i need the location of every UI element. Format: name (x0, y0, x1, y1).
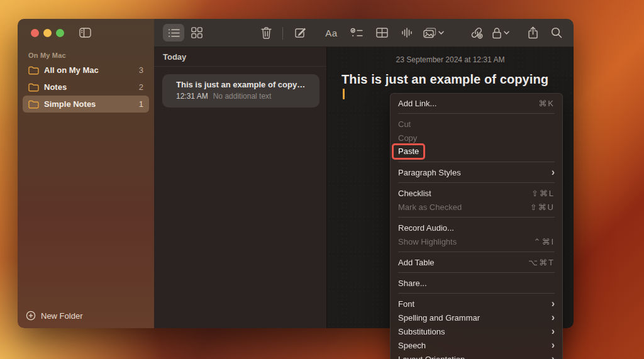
submenu-chevron-icon: › (552, 326, 555, 336)
note-list-section-header: Today (154, 47, 326, 67)
zoom-window-button[interactable] (56, 29, 64, 37)
menu-item-add-link[interactable]: Add Link...⌘K (391, 96, 562, 110)
note-date-line: 23 September 2024 at 12:31 AM (327, 55, 574, 64)
menu-item-layout-orientation[interactable]: Layout Orientation› (391, 352, 562, 359)
folder-icon (28, 100, 39, 109)
menu-item-shortcut: ⇧⌘L (531, 189, 555, 198)
folder-icon (28, 66, 39, 75)
folder-count: 3 (139, 65, 143, 75)
menu-item-label: Share... (398, 279, 427, 288)
submenu-chevron-icon: › (552, 354, 555, 359)
close-window-button[interactable] (31, 29, 39, 37)
menu-item-label: Font (398, 299, 414, 309)
sidebar-toggle-icon[interactable] (79, 28, 91, 38)
menu-item-label: Cut (398, 119, 411, 129)
menu-item-copy: Copy (391, 131, 562, 145)
menu-item-mark-as-checked: Mark as Checked⇧⌘U (391, 200, 562, 214)
note-item-time: 12:31 AM (176, 92, 208, 101)
toolbar: Aa (154, 19, 574, 47)
folder-label: Notes (44, 82, 139, 92)
chevron-down-icon (504, 31, 509, 35)
sidebar: On My Mac All on My Mac3Notes2Simple Not… (18, 19, 154, 328)
note-title: This is just an example of copying (341, 72, 574, 87)
lock-button[interactable] (492, 24, 509, 41)
menu-item-label: Record Audio... (398, 223, 454, 233)
submenu-chevron-icon: › (552, 299, 555, 309)
menu-item-label-annotated: Paste (392, 143, 425, 160)
gallery-view-button[interactable] (188, 24, 206, 41)
menu-item-paragraph-styles[interactable]: Paragraph Styles› (391, 165, 562, 179)
menu-item-share[interactable]: Share... (391, 276, 562, 290)
submenu-chevron-icon: › (552, 167, 555, 177)
menu-item-label: Add Table (398, 258, 435, 267)
menu-separator (398, 217, 555, 218)
text-caret (343, 89, 345, 99)
search-icon[interactable] (548, 24, 565, 41)
menu-item-speech[interactable]: Speech› (391, 338, 562, 352)
folder-label: Simple Notes (44, 99, 139, 109)
sidebar-item-all-on-my-mac[interactable]: All on My Mac3 (23, 62, 149, 79)
folder-label: All on My Mac (44, 65, 139, 75)
list-view-button[interactable] (163, 24, 184, 41)
note-list: This is just an example of copy…12:31 AM… (154, 67, 326, 108)
note-list-column: Today This is just an example of copy…12… (154, 47, 327, 328)
circle-plus-icon (26, 311, 36, 321)
table-button[interactable] (373, 24, 391, 41)
audio-waveform-button[interactable] (398, 24, 416, 41)
menu-item-paste[interactable]: Paste (391, 145, 562, 158)
format-text-button[interactable]: Aa (323, 24, 340, 41)
menu-item-spelling-and-grammar[interactable]: Spelling and Grammar› (391, 311, 562, 324)
menu-item-shortcut: ⌃⌘I (533, 237, 555, 246)
menu-item-label: Speech (398, 341, 426, 350)
menu-item-label: Add Link... (398, 99, 436, 108)
checklist-button[interactable] (348, 24, 365, 41)
menu-item-cut: Cut (391, 117, 562, 131)
menu-item-label: Spelling and Grammar (398, 313, 480, 323)
note-item-snippet: No additional text (213, 92, 272, 101)
submenu-chevron-icon: › (552, 340, 555, 350)
submenu-chevron-icon: › (552, 312, 555, 323)
format-text-label: Aa (325, 28, 337, 38)
folder-icon (28, 83, 39, 92)
chevron-down-icon (438, 31, 444, 35)
sidebar-item-notes[interactable]: Notes2 (23, 79, 149, 96)
media-button[interactable] (423, 24, 444, 41)
menu-item-label: Layout Orientation (398, 355, 465, 359)
menu-item-label: Substitutions (398, 327, 445, 336)
menu-item-show-highlights: Show Highlights⌃⌘I (391, 235, 562, 248)
add-link-button[interactable] (468, 24, 486, 41)
menu-item-shortcut: ⌘K (538, 99, 555, 108)
minimize-window-button[interactable] (43, 29, 52, 37)
note-list-item[interactable]: This is just an example of copy…12:31 AM… (162, 74, 319, 108)
folder-count: 1 (139, 99, 143, 109)
menu-item-substitutions[interactable]: Substitutions› (391, 324, 562, 338)
menu-item-label: Checklist (398, 189, 431, 198)
menu-separator (398, 251, 555, 252)
new-folder-label: New Folder (41, 311, 82, 321)
menu-item-add-table[interactable]: Add Table⌥⌘T (391, 255, 562, 269)
menu-item-label: Paragraph Styles (398, 168, 461, 177)
context-menu: Add Link...⌘KCutCopyPasteParagraph Style… (390, 93, 563, 359)
sidebar-item-simple-notes[interactable]: Simple Notes1 (23, 96, 149, 113)
toolbar-divider (282, 27, 283, 40)
delete-note-button[interactable] (257, 24, 275, 41)
menu-item-label: Show Highlights (398, 237, 457, 246)
menu-separator (398, 293, 555, 294)
menu-item-checklist[interactable]: Checklist⇧⌘L (391, 186, 562, 200)
menu-separator (398, 182, 555, 183)
folder-count: 2 (139, 82, 143, 92)
sidebar-section-header: On My Mac (28, 52, 66, 59)
menu-item-label: Copy (398, 133, 417, 143)
menu-item-font[interactable]: Font› (391, 297, 562, 311)
folder-list: All on My Mac3Notes2Simple Notes1 (23, 62, 149, 113)
menu-item-record-audio[interactable]: Record Audio... (391, 221, 562, 235)
menu-item-shortcut: ⌥⌘T (528, 258, 555, 267)
menu-item-shortcut: ⇧⌘U (530, 202, 555, 212)
menu-item-label: Mark as Checked (398, 202, 462, 212)
share-button[interactable] (524, 24, 541, 41)
new-note-button[interactable] (291, 24, 309, 41)
menu-separator (398, 272, 555, 273)
menu-separator (398, 113, 555, 114)
traffic-lights (31, 29, 64, 37)
new-folder-button[interactable]: New Folder (26, 311, 82, 321)
